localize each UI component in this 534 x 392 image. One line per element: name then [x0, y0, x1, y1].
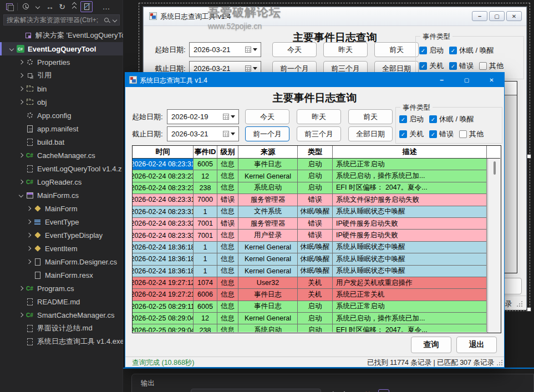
tree-item[interactable]: 系统日志查询工具 v1.4.exe [0, 335, 123, 348]
table-cell[interactable]: 系统已启动，操作系统已加... [333, 313, 487, 324]
button-前天[interactable]: 前天 [348, 109, 393, 124]
table-cell[interactable]: 启动 [298, 159, 333, 170]
table-cell[interactable]: 2026-02-24 08:23:23 [133, 182, 194, 194]
table-cell[interactable]: 7001 [194, 218, 217, 230]
table-cell[interactable]: 事件日志 [238, 301, 298, 313]
app-titlebar[interactable]: 系统日志查询工具 v1.4 [125, 73, 504, 87]
chevron-right-icon[interactable] [17, 100, 25, 104]
table-cell[interactable]: 用户登录 [238, 230, 298, 241]
close-button[interactable] [506, 11, 522, 21]
checkbox-关机[interactable]: 关机 [399, 129, 425, 139]
table-cell[interactable]: 信息 [217, 324, 238, 332]
column-header-描述[interactable]: 描述 [333, 146, 487, 159]
table-row[interactable]: 2026-02-24 08:23:337001信息用户登录错误IP硬件服务启动失… [133, 230, 487, 241]
table-cell[interactable]: Kernel General [238, 242, 298, 253]
table-cell[interactable]: 错误 [217, 194, 238, 206]
table-cell[interactable]: 系统启动 [238, 182, 298, 194]
table-cell[interactable]: 1 [194, 242, 217, 253]
table-cell[interactable]: 信息 [217, 289, 238, 301]
collapse-all-icon[interactable] [68, 1, 80, 12]
table-cell[interactable]: 238 [194, 324, 217, 332]
tree-item[interactable]: App.config [0, 109, 123, 122]
table-cell[interactable]: 7001 [194, 230, 217, 241]
tree-item[interactable]: EventType [0, 215, 123, 228]
table-cell[interactable]: 系统文件保护服务启动失败 [333, 194, 487, 206]
scrollbar-thumb[interactable] [494, 161, 496, 175]
table-cell[interactable]: 2026-02-24 18:36:18 [133, 253, 194, 265]
table-row[interactable]: 2026-02-24 18:36:181信息Kernel General休眠/唤… [133, 253, 487, 265]
table-row[interactable]: 2026-02-24 18:36:181信息Kernel General休眠/唤… [133, 266, 487, 277]
tree-item[interactable]: 解决方案 'EventLogQueryTool' ( [0, 29, 123, 42]
table-cell[interactable]: 2026-02-24 19:27:12 [133, 277, 194, 289]
button-昨天[interactable]: 昨天 [297, 109, 341, 124]
switch-views-icon[interactable] [3, 1, 16, 12]
chevron-right-icon[interactable] [25, 220, 33, 223]
table-cell[interactable]: 信息 [217, 159, 238, 170]
table-row[interactable]: 2026-02-24 08:23:2312信息Kernel General启动系… [133, 170, 487, 182]
table-cell[interactable]: 错误 [298, 194, 333, 206]
table-cell[interactable]: Kernel General [238, 313, 298, 324]
column-header-来源[interactable]: 来源 [238, 146, 298, 159]
table-cell[interactable]: 错误 [217, 218, 238, 230]
table-cell[interactable]: 事件日志 [238, 159, 298, 170]
chevron-right-icon[interactable] [25, 207, 33, 210]
resize-grip[interactable] [516, 301, 522, 307]
table-row[interactable]: 2026-02-25 08:29:116005信息事件日志启动系统已正常启动 [133, 301, 487, 313]
button-今天[interactable]: 今天 [272, 42, 317, 57]
table-cell[interactable]: 1 [194, 266, 217, 277]
table-cell[interactable]: 信息 [217, 266, 238, 277]
table-cell[interactable]: 启动 [298, 182, 333, 194]
search-icon[interactable] [104, 18, 109, 22]
output-source-dropdown[interactable] [191, 389, 321, 392]
table-cell[interactable]: 系统从睡眠状态中唤醒 [333, 266, 487, 277]
table-cell[interactable]: 系统启动 [238, 324, 298, 332]
table-cell[interactable]: IP硬件服务启动失败 [333, 218, 487, 230]
designer-resize-handle-right[interactable] [527, 154, 531, 159]
tree-item[interactable]: MainForm [0, 202, 123, 215]
sync-with-active-document-icon[interactable] [44, 1, 56, 12]
table-cell[interactable]: 2026-02-25 08:29:11 [133, 301, 194, 313]
table-cell[interactable]: 238 [194, 182, 217, 194]
button-前一个月[interactable]: 前一个月 [245, 126, 289, 141]
column-header-级别[interactable]: 级别 [217, 146, 238, 159]
checkbox-休眠 / 唤醒[interactable]: 休眠 / 唤醒 [449, 45, 494, 55]
table-cell[interactable]: 系统从睡眠状态中唤醒 [333, 253, 487, 265]
table-cell[interactable]: EFI 时区偏移： 2047。夏令... [333, 182, 487, 194]
refresh-icon[interactable] [56, 1, 68, 12]
table-cell[interactable]: 系统已正常启动 [333, 159, 487, 170]
tree-item[interactable]: MainForm.cs [0, 189, 123, 202]
table-cell[interactable]: 信息 [217, 170, 238, 182]
table-row[interactable]: 2026-02-24 08:23:311信息文件系统休眠/唤醒系统从睡眠状态中唤… [133, 206, 487, 218]
button-昨天[interactable]: 昨天 [323, 42, 368, 57]
maximize-button[interactable] [454, 73, 479, 87]
chevron-down-icon[interactable] [113, 18, 117, 22]
table-row[interactable]: 2026-02-25 08:29:04238信息系统启动启动EFI 时区偏移： … [133, 324, 487, 332]
table-row[interactable]: 2026-02-24 19:27:121074信息User32关机用户发起关机或… [133, 277, 487, 289]
designer-titlebar[interactable]: 系统日志查询工具 v1.4 [144, 7, 526, 26]
tree-item[interactable]: EventItem [0, 242, 123, 255]
table-cell[interactable]: 信息 [217, 313, 238, 324]
chevron-down-icon[interactable] [32, 1, 44, 12]
table-cell[interactable]: 1 [194, 206, 217, 218]
tree-item[interactable]: MainForm.resx [0, 268, 123, 282]
tree-item[interactable]: Program.cs [0, 282, 123, 295]
chevron-right-icon[interactable] [17, 60, 25, 64]
table-cell[interactable]: 6005 [194, 301, 217, 313]
table-cell[interactable]: 启动 [298, 170, 333, 182]
table-cell[interactable]: 2026-02-24 18:36:18 [133, 242, 194, 253]
tree-item[interactable]: README.md [0, 295, 123, 308]
table-cell[interactable]: 2026-02-24 08:23:31 [133, 159, 194, 170]
search-input[interactable]: 搜索解决方案资源管理器(Ctrl+; [3, 14, 120, 26]
table-cell[interactable]: 信息 [217, 253, 238, 265]
table-row[interactable]: 2026-02-24 08:23:316005信息事件日志启动系统已正常启动 [133, 159, 487, 170]
button-全部日期[interactable]: 全部日期 [348, 126, 393, 141]
checkbox-休眠 / 唤醒[interactable]: 休眠 / 唤醒 [429, 114, 474, 124]
checkbox-错误[interactable]: 错误 [449, 61, 475, 71]
table-cell[interactable]: 错误 [298, 218, 333, 230]
preview-selected-items-icon[interactable] [80, 1, 93, 12]
tree-item[interactable]: LogReader.cs [0, 175, 123, 189]
table-cell[interactable]: 1 [194, 253, 217, 265]
table-scrollbar[interactable] [487, 159, 501, 333]
table-cell[interactable]: 2026-02-24 08:23:23 [133, 170, 194, 182]
table-cell[interactable]: 启动 [298, 301, 333, 313]
